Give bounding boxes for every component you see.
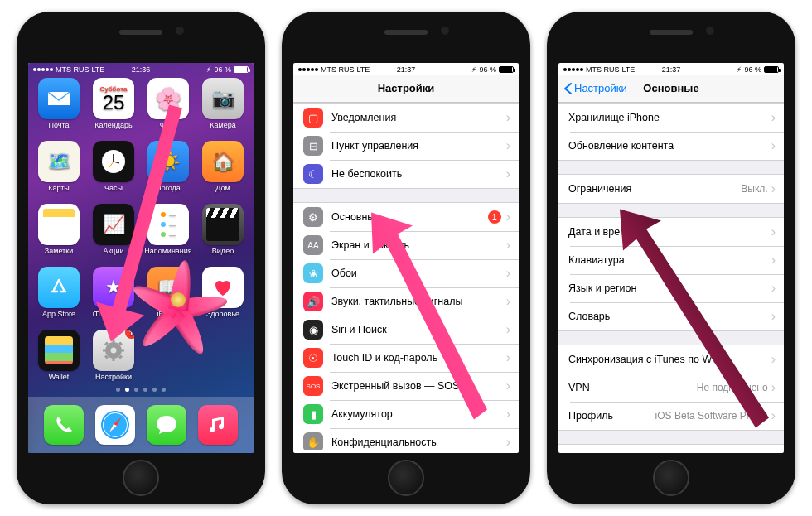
row-sounds[interactable]: 🔊Звуки, тактильные сигналы›	[293, 287, 519, 316]
svg-rect-7	[113, 358, 115, 361]
chevron-icon: ›	[506, 294, 510, 309]
row-dictionary[interactable]: Словарь›	[558, 302, 784, 330]
row-touchid[interactable]: ☉Touch ID и код-пароль›	[293, 344, 519, 372]
row-display[interactable]: AAЭкран и яркость›	[293, 231, 519, 259]
app-camera[interactable]: 📷Камера	[200, 78, 246, 136]
row-restrictions[interactable]: ОграниченияВыкл.›	[558, 175, 784, 203]
app-weather[interactable]: ☀️Погода	[145, 141, 191, 199]
music-icon	[207, 414, 229, 436]
app-clock[interactable]: Часы	[90, 141, 137, 199]
row-language[interactable]: Язык и регион›	[558, 274, 784, 302]
camera-icon: 📷	[202, 78, 244, 119]
row-siri[interactable]: ◉Siri и Поиск›	[293, 316, 519, 344]
row-profile[interactable]: ПрофильiOS Beta Software Profile›	[558, 402, 784, 430]
dock-messages[interactable]	[147, 405, 186, 445]
row-vpn[interactable]: VPNНе подключено›	[558, 374, 784, 402]
safari-icon	[99, 408, 132, 441]
notifications-icon: ▢	[303, 108, 323, 128]
chevron-icon: ›	[506, 322, 510, 337]
settings-badge: 1	[125, 330, 134, 339]
row-privacy[interactable]: ✋Конфиденциальность›	[293, 428, 519, 450]
carrier-label: MTS RUS	[56, 65, 89, 74]
row-dnd[interactable]: ☾Не беспокоить›	[293, 160, 519, 188]
general-list[interactable]: Хранилище iPhone› Обновление контента› О…	[558, 103, 784, 450]
svg-point-5	[111, 348, 117, 354]
chevron-icon: ›	[506, 138, 510, 153]
weather-icon: ☀️	[147, 141, 189, 182]
app-wallet[interactable]: Wallet	[36, 330, 82, 388]
siri-icon: ◉	[303, 320, 323, 340]
navbar: Настройки Основные	[558, 75, 784, 103]
app-stocks[interactable]: 📈Акции	[90, 204, 137, 262]
battery-icon: ▮	[303, 404, 323, 424]
dock-phone[interactable]	[44, 405, 84, 445]
moon-icon: ☾	[303, 164, 323, 184]
phone-frame-3: MTS RUSLTE 21:37 ⚡︎96 % Настройки Основн…	[547, 12, 795, 504]
chevron-icon: ›	[506, 266, 510, 281]
app-reminders[interactable]: ———Напоминания	[145, 204, 191, 262]
row-regulatory[interactable]: Нормативы›	[558, 445, 784, 450]
home-button[interactable]	[388, 460, 424, 496]
navbar-title: Основные	[643, 82, 698, 94]
chevron-back-icon	[563, 83, 573, 94]
fingerprint-icon: ☉	[303, 348, 323, 368]
chevron-icon: ›	[771, 138, 776, 153]
page-indicator[interactable]	[28, 388, 254, 392]
phone-icon	[53, 414, 75, 436]
app-itunes[interactable]: ★iTunes Store	[90, 267, 137, 325]
app-health[interactable]: Здоровье	[200, 267, 246, 325]
itunes-icon: ★	[93, 267, 134, 308]
ibooks-icon: 📖	[147, 267, 189, 308]
home-button[interactable]	[123, 460, 159, 496]
status-bar: MTS RUSLTE 21:36 ⚡︎96 %	[28, 63, 254, 75]
settings-list[interactable]: ▢Уведомления› ⊟Пункт управления› ☾Не бес…	[293, 103, 519, 450]
svg-rect-8	[103, 350, 106, 352]
app-maps[interactable]: 🗺️Карты	[36, 141, 82, 199]
row-storage[interactable]: Хранилище iPhone›	[558, 104, 784, 132]
stocks-icon: 📈	[93, 204, 134, 245]
navbar: Настройки	[293, 75, 519, 103]
row-general[interactable]: ⚙Основные1›	[293, 203, 519, 231]
app-notes[interactable]: Заметки	[36, 204, 82, 262]
home-icon-grid: Почта Суббота25Календарь 🌸Фото 📷Камера 🗺…	[28, 75, 254, 388]
svg-rect-6	[113, 340, 115, 343]
row-battery[interactable]: ▮Аккумулятор›	[293, 400, 519, 428]
row-wallpaper[interactable]: ❀Обои›	[293, 259, 519, 287]
health-icon	[211, 276, 234, 299]
row-sos[interactable]: SOSЭкстренный вызов — SOS›	[293, 372, 519, 400]
row-control-center[interactable]: ⊟Пункт управления›	[293, 132, 519, 160]
chevron-icon: ›	[771, 352, 776, 367]
back-button[interactable]: Настройки	[563, 82, 627, 94]
app-videos[interactable]: Видео	[200, 204, 246, 262]
photos-icon: 🌸	[147, 78, 189, 119]
row-datetime[interactable]: Дата и время›	[558, 218, 784, 246]
chevron-icon: ›	[506, 435, 510, 450]
hand-icon: ✋	[303, 432, 323, 450]
chevron-icon: ›	[506, 166, 510, 181]
dock-safari[interactable]	[95, 405, 135, 445]
app-photos[interactable]: 🌸Фото	[145, 78, 191, 136]
messages-icon	[154, 413, 179, 436]
app-ibooks[interactable]: 📖iBooks	[145, 267, 191, 325]
chevron-icon: ›	[771, 309, 776, 324]
row-itunes-sync[interactable]: Синхронизация с iTunes по Wi-Fi›	[558, 345, 784, 374]
dock-music[interactable]	[198, 405, 238, 445]
chevron-icon: ›	[506, 407, 510, 422]
app-home[interactable]: 🏠Дом	[200, 141, 246, 199]
row-notifications[interactable]: ▢Уведомления›	[293, 104, 519, 132]
chevron-icon: ›	[771, 224, 776, 239]
phone-frame-1: MTS RUSLTE 21:36 ⚡︎96 % Почта Суббота25К…	[17, 12, 265, 504]
mail-icon	[46, 89, 71, 108]
chevron-icon: ›	[506, 350, 510, 365]
chevron-icon: ›	[771, 380, 776, 395]
app-appstore[interactable]: App Store	[36, 267, 82, 325]
general-screen: MTS RUSLTE 21:37 ⚡︎96 % Настройки Основн…	[558, 63, 784, 453]
row-bg-refresh[interactable]: Обновление контента›	[558, 132, 784, 160]
home-button[interactable]	[653, 460, 689, 496]
app-calendar[interactable]: Суббота25Календарь	[90, 78, 137, 136]
chevron-icon: ›	[771, 281, 776, 296]
app-settings[interactable]: 1Настройки	[90, 330, 137, 388]
navbar-title: Настройки	[378, 82, 435, 94]
row-keyboard[interactable]: Клавиатура›	[558, 246, 784, 274]
app-mail[interactable]: Почта	[36, 78, 82, 136]
